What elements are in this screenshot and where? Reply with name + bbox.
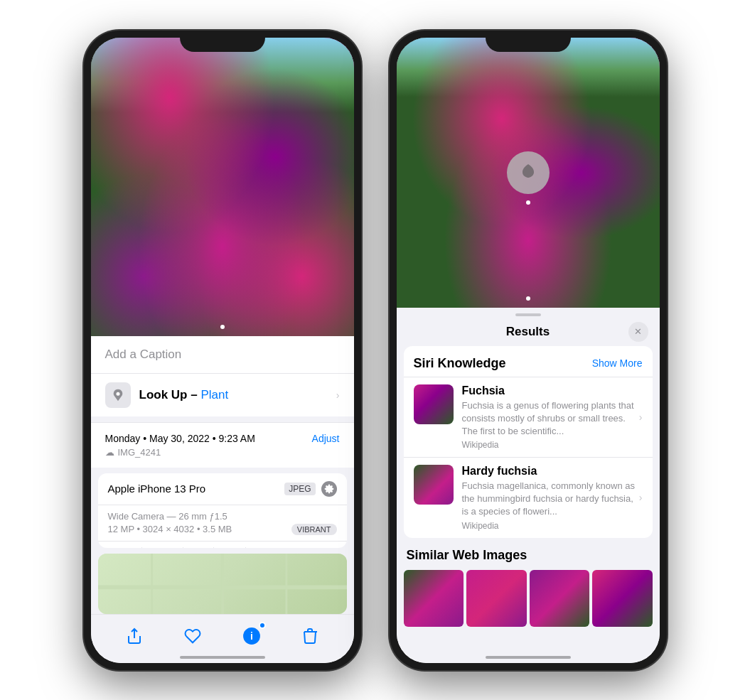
right-home-indicator [486, 656, 571, 659]
lookup-label: Look Up – Plant [139, 388, 229, 402]
delete-button[interactable] [297, 623, 323, 649]
exif-shutter: 1/181 s [246, 547, 288, 549]
exif-row: ISO 50 26 mm 0 ev ƒ1.5 1/181 s [98, 542, 347, 549]
adjust-button[interactable]: Adjust [312, 433, 340, 444]
results-close-button[interactable]: ✕ [628, 322, 648, 342]
svg-point-0 [116, 392, 119, 395]
cloud-icon: ☁ [105, 447, 114, 458]
hardy-name: Hardy fuchsia [462, 465, 643, 478]
fuchsia-source: Wikipedia [462, 440, 643, 450]
settings-icon [321, 481, 337, 497]
right-phone: Results ✕ Siri Knowledge Show More Fuchs… [390, 31, 667, 670]
hardy-content: Hardy fuchsia Fuchsia magellanica, commo… [462, 465, 643, 531]
favorite-button[interactable] [180, 623, 205, 649]
caption-placeholder: Add a Caption [105, 348, 182, 361]
section-title: Siri Knowledge [414, 356, 506, 371]
fuchsia-thumbnail [414, 384, 454, 424]
home-indicator [180, 656, 265, 659]
knowledge-item-fuchsia[interactable]: Fuchsia Fuchsia is a genus of flowering … [404, 377, 653, 458]
device-badges: JPEG [284, 481, 336, 497]
exif-mm: 26 mm [142, 547, 183, 549]
results-header: Results ✕ [397, 319, 660, 346]
left-phone-screen: Add a Caption Look Up – Plant › Mon [91, 38, 354, 663]
format-badge: JPEG [284, 483, 315, 495]
show-more-button[interactable]: Show More [592, 357, 643, 369]
share-button[interactable] [122, 623, 147, 649]
results-handle [397, 308, 660, 319]
similar-img-4[interactable] [592, 570, 653, 627]
lookup-chevron: › [336, 389, 340, 401]
handle-bar [515, 313, 541, 316]
exif-aperture: ƒ1.5 [214, 547, 245, 549]
hardy-desc: Fuchsia magellanica, commonly known as t… [462, 480, 643, 519]
fuchsia-content: Fuchsia Fuchsia is a genus of flowering … [462, 384, 643, 451]
camera-spec: Wide Camera — 26 mm ƒ1.5 12 MP • 3024 × … [98, 505, 347, 542]
hardy-thumbnail [414, 465, 454, 505]
siri-button[interactable] [507, 151, 550, 194]
similar-img-1[interactable] [404, 570, 464, 627]
fuchsia-name: Fuchsia [462, 384, 643, 397]
hardy-chevron: › [639, 492, 643, 503]
device-section: Apple iPhone 13 Pro JPEG Wide Camer [98, 473, 347, 549]
knowledge-item-hardy[interactable]: Hardy fuchsia Fuchsia magellanica, commo… [404, 457, 653, 538]
hardy-source: Wikipedia [462, 521, 643, 531]
caption-area[interactable]: Add a Caption [91, 336, 354, 373]
similar-images [404, 570, 653, 627]
filename: IMG_4241 [118, 447, 161, 458]
map-section[interactable] [98, 554, 347, 613]
results-panel: Results ✕ Siri Knowledge Show More Fuchs… [397, 308, 660, 663]
similar-img-2[interactable] [466, 570, 527, 627]
svg-text:i: i [250, 630, 253, 642]
info-panel: Add a Caption Look Up – Plant › Mon [91, 336, 354, 614]
right-page-dot [526, 296, 530, 301]
lookup-row[interactable]: Look Up – Plant › [91, 373, 354, 416]
vibrant-badge: VIBRANT [291, 524, 337, 535]
fuchsia-desc: Fuchsia is a genus of flowering plants t… [462, 399, 643, 438]
left-photo[interactable] [91, 38, 354, 336]
camera-specs: 12 MP • 3024 × 4032 • 3.5 MB [108, 524, 232, 534]
info-button[interactable]: i [239, 623, 264, 649]
fuchsia-chevron: › [639, 411, 643, 423]
device-row: Apple iPhone 13 Pro JPEG [98, 473, 347, 505]
similar-img-3[interactable] [530, 570, 590, 627]
meta-section: Monday • May 30, 2022 • 9:23 AM Adjust ☁… [91, 422, 354, 468]
similar-section: Similar Web Images [397, 548, 660, 627]
similar-title: Similar Web Images [404, 548, 653, 563]
results-title: Results [506, 325, 550, 339]
meta-date: Monday • May 30, 2022 • 9:23 AM [105, 433, 255, 444]
siri-knowledge-section: Siri Knowledge Show More Fuchsia Fuchsia… [404, 346, 653, 538]
siri-dot [526, 200, 530, 205]
page-dot-1 [220, 325, 225, 329]
right-photo [397, 38, 660, 308]
exif-ev: 0 ev [183, 547, 215, 549]
camera-name: Wide Camera — 26 mm ƒ1.5 [108, 511, 227, 522]
section-header: Siri Knowledge Show More [404, 346, 653, 377]
exif-iso: ISO 50 [108, 547, 142, 549]
left-phone: Add a Caption Look Up – Plant › Mon [84, 31, 361, 670]
device-name: Apple iPhone 13 Pro [108, 483, 206, 495]
right-phone-screen: Results ✕ Siri Knowledge Show More Fuchs… [397, 38, 660, 663]
lookup-icon [105, 382, 131, 408]
